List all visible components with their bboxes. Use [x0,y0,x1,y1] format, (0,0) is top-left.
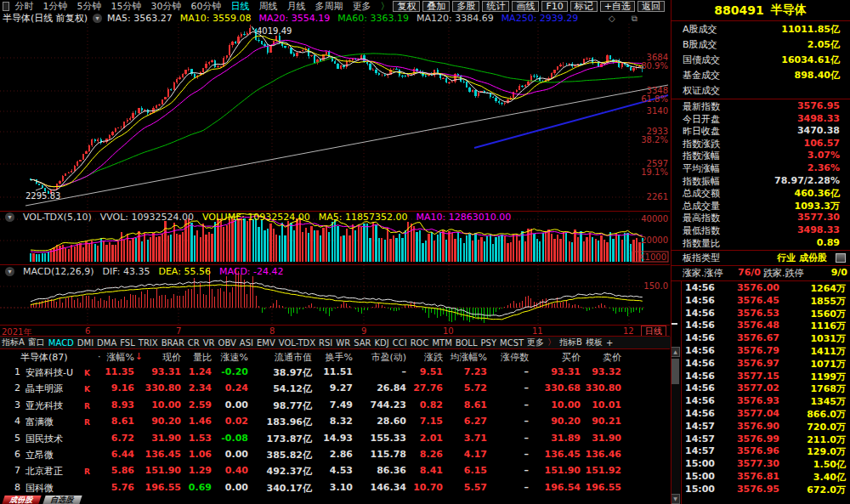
period-多周期[interactable]: 多周期 [314,1,343,12]
toolbar-button-多股[interactable]: 多股 [452,1,479,12]
period-分时[interactable]: 分时 [14,1,33,12]
toolbar-button-叠加[interactable]: 叠加 [422,1,450,12]
tab-ROC[interactable]: ROC [411,338,429,348]
period-15分钟[interactable]: 15分钟 [110,1,141,12]
window-icon[interactable] [3,2,9,11]
tick-row[interactable]: 14:573576.99211.0万 [672,433,850,446]
tab-指标A[interactable]: 指标A [2,337,25,348]
table-row[interactable]: 6立昂微6.44136.451.060.00385.82亿2.86115.788… [0,446,670,462]
column-header-卖价[interactable]: 卖价 [603,351,621,364]
tab-BOLL[interactable]: BOLL [456,338,478,348]
table-row[interactable]: 7北京君正R5.86151.901.290.40492.37亿4.5386.36… [0,462,670,479]
toolbar-button-画线[interactable]: 画线 [512,1,539,12]
tick-row[interactable]: 14:563576.971071万 [672,358,850,371]
period-更多[interactable]: 更多 [352,1,371,12]
tick-row[interactable]: 14:563576.791411万 [672,345,850,358]
toolbar-button-标记[interactable]: 标记 [570,1,598,12]
period-〉[interactable]: 〉 [380,1,389,12]
tab-VR[interactable]: VR [203,338,215,348]
stock-name[interactable]: 国科微 [26,482,54,495]
column-header-涨跌[interactable]: 涨跌 [424,351,443,364]
table-row[interactable]: 1安路科技-UK11.3593.311.24-0.2038.97亿11.51–9… [0,364,670,380]
period-1分钟[interactable]: 1分钟 [42,1,67,12]
tab-CCI[interactable]: CCI [393,338,407,348]
tick-row[interactable]: 14:563576.931345万 [672,395,850,408]
grid-icon[interactable] [836,253,846,263]
table-row[interactable]: 4富满微R8.6190.201.460.02183.96亿8.3228.607.… [0,413,670,429]
tab-TRIX[interactable]: TRIX [139,338,158,348]
period-60分钟[interactable]: 60分钟 [190,1,221,12]
tab-EMV[interactable]: EMV [257,338,275,348]
toolbar-button-统计[interactable]: 统计 [482,1,509,12]
column-header-涨幅%[interactable]: 涨幅% [107,351,134,364]
tab-模板[interactable]: 模板 [586,337,603,348]
toolbar-button-复权[interactable]: 复权 [393,1,420,12]
tab-CR[interactable]: CR [188,338,200,348]
period-日线[interactable]: 日线 [230,1,249,12]
tab-RSI[interactable]: RSI [319,338,332,348]
tick-row[interactable]: 15:003576.95672.0万 [672,484,850,496]
table-row[interactable]: 8国科微5.76196.550.690.00340.17亿3.10146.341… [0,479,670,496]
tab-OBV[interactable]: OBV [218,338,236,348]
period-月线[interactable]: 月线 [286,1,305,12]
tab-MTM[interactable]: MTM [432,338,451,348]
column-header-流通市值[interactable]: 流通市值 [275,351,312,364]
chart-mini-icons[interactable]: ◇ ⧉ [609,13,670,24]
tick-row[interactable]: 15:003577.301.50亿 [672,458,850,471]
column-header-换手%[interactable]: 换手% [326,351,353,364]
tab-FSL[interactable]: FSL [120,338,135,348]
tab-SAR[interactable]: SAR [354,338,371,348]
tab-VOL-TDX[interactable]: VOL-TDX [279,338,315,348]
stock-name[interactable]: 亚光科技 [26,399,63,412]
tab-DMA[interactable]: DMA [97,338,116,348]
tick-row[interactable]: 14:563576.671031万 [672,332,850,345]
tick-row[interactable]: 14:563576.001264万 [672,282,850,295]
tab-BRAR[interactable]: BRAR [162,338,184,348]
tab-〉[interactable]: 〉 [547,337,556,348]
tick-row[interactable]: 14:573576.96129.0万 [672,445,850,458]
table-title[interactable]: 半导体(87) [20,351,68,364]
column-header-涨速%[interactable]: 涨速% [221,351,248,364]
period-5分钟[interactable]: 5分钟 [76,1,101,12]
stock-name[interactable]: 国民技术 [26,433,63,445]
stock-name[interactable]: 安路科技-U [26,366,73,379]
stock-name[interactable]: 富满微 [26,416,54,428]
column-header-量比[interactable]: 量比 [193,351,212,364]
tab-+[interactable]: + [606,338,613,348]
column-header-买价[interactable]: 买价 [562,351,581,364]
column-header-涨停数[interactable]: 涨停数 [501,351,529,364]
chevron-down-icon[interactable]: ▾ [93,14,102,23]
tick-row[interactable]: 14:563576.451855万 [672,295,850,308]
column-header-现价[interactable]: 现价 [162,351,181,364]
column-header-均涨幅%[interactable]: 均涨幅% [450,351,487,364]
tab-窗口[interactable]: 窗口 [28,337,45,348]
tab-MCST[interactable]: MCST [500,338,524,348]
period-30分钟[interactable]: 30分钟 [150,1,181,12]
tab-更多[interactable]: 更多 [527,337,544,348]
board-type-value[interactable]: 行业 成份股 [777,252,827,264]
table-row[interactable]: 2晶丰明源K9.16330.802.340.2454.12亿9.2726.842… [0,380,670,396]
kline-chart[interactable]: 368480.9%334861.8%3140293338.2%259719.1%… [0,24,670,211]
tab-constituents[interactable]: 成份股 [2,496,41,504]
tick-row[interactable]: 14:573576.90720.0万 [672,421,850,433]
stock-name[interactable]: 晶丰明源 [26,382,63,395]
tick-row[interactable]: 14:563576.481116万 [672,320,850,332]
toolbar-button-返回[interactable]: 返回 [638,1,665,12]
tab-watchlist[interactable]: 自选股 [42,496,82,504]
toolbar-button-F10[interactable]: F10 [541,1,567,12]
stock-name[interactable]: 北京君正 [26,465,63,478]
tab-DMI[interactable]: DMI [77,338,94,348]
tick-row[interactable]: 14:563576.531560万 [672,308,850,320]
tab-KDJ[interactable]: KDJ [374,338,388,348]
tab-MACD[interactable]: MACD [48,338,74,348]
toolbar-button-+自选[interactable]: +自选 [600,1,635,12]
tick-row[interactable]: 14:563577.04866.0万 [672,408,850,421]
table-row[interactable]: 3亚光科技R8.9310.002.590.0098.77亿7.49744.230… [0,397,670,413]
period-周线[interactable]: 周线 [258,1,277,12]
tab-WR[interactable]: WR [336,338,350,348]
chevron-down-icon[interactable]: ▾ [5,212,14,222]
tick-row[interactable]: 14:563577.151199万 [672,371,850,383]
tab-PSY[interactable]: PSY [481,338,497,348]
tick-row[interactable]: 15:003576.813.40亿 [672,471,850,484]
tick-row[interactable]: 14:563577.021768万 [672,382,850,395]
